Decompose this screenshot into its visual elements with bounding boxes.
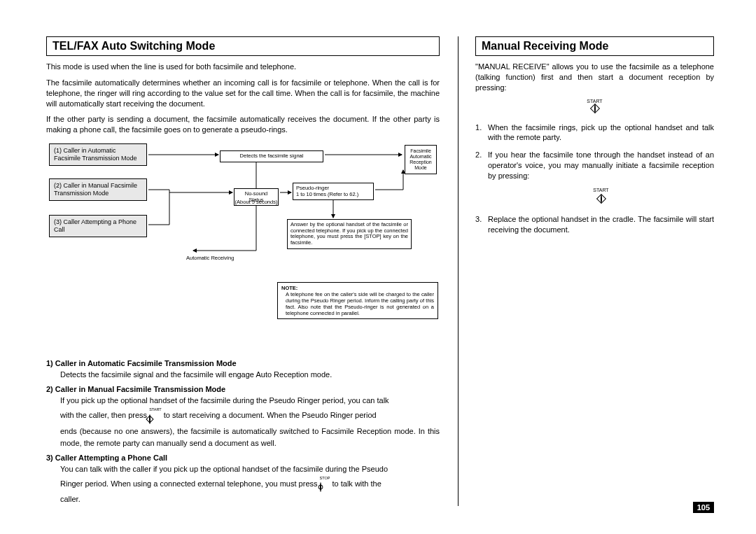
item-2-line3: ends (because no one answers), the facsi… <box>60 427 440 447</box>
step-3: Replace the optional handset in the crad… <box>475 214 714 235</box>
left-para-1: This mode is used when the line is used … <box>46 62 440 72</box>
left-para-2: The facsimile automatically determines w… <box>46 78 440 109</box>
left-items: 1) Caller in Automatic Facsimile Transmi… <box>46 359 440 505</box>
section-title-right: Manual Receiving Mode <box>475 36 714 56</box>
diagram-faxmode-box: Facsimile Automatic Reception Mode <box>405 145 437 174</box>
item-3-line2a: Ringer period. When using a connected ex… <box>60 479 320 488</box>
diagram-box-1: (1) Caller in Automatic Facsimile Transm… <box>49 143 147 166</box>
diagram-box-3: (3) Caller Attempting a Phone Call <box>49 215 147 237</box>
step-2: If you hear the facsimile tone through t… <box>475 150 714 204</box>
item-3-line3: caller. <box>60 495 80 503</box>
note-text: A telephone fee on the caller's side wil… <box>281 291 434 316</box>
diagram-detect-box: Detects the facsimile signal <box>220 150 323 162</box>
right-intro: "MANUAL RECEIVE" allows you to use the f… <box>475 62 714 93</box>
start-button-icon: START <box>593 187 608 204</box>
item-2-head: 2) Caller in Manual Facsimile Transmissi… <box>46 385 440 393</box>
diagram-note-box: NOTE: A telephone fee on the caller's si… <box>277 282 438 319</box>
start-button-display-1: START <box>475 99 714 113</box>
start-button-icon: START <box>587 99 602 113</box>
diagram-autorecv-label: Automatic Receiving <box>186 255 234 261</box>
right-column: Manual Receiving Mode "MANUAL RECEIVE" a… <box>458 36 714 506</box>
item-1-body: Detects the facsimile signal and the fac… <box>46 369 440 381</box>
item-3-body: You can talk with the caller if you pick… <box>46 463 440 506</box>
diagram-pseudo-box: Pseudo-ringer 1 to 10 times (Refer to 62… <box>293 183 374 200</box>
item-2-body: If you pick up the optional handset of t… <box>46 395 440 449</box>
item-3-line2b: to talk with the <box>332 479 382 488</box>
item-3-head: 3) Caller Attempting a Phone Call <box>46 454 440 462</box>
page-content: TEL/FAX Auto Switching Mode This mode is… <box>46 36 714 506</box>
item-3-line1: You can talk with the caller if you pick… <box>60 465 388 473</box>
item-1-head: 1) Caller in Automatic Facsimile Transmi… <box>46 359 440 367</box>
item-2-line2b: to start receiving a document. When the … <box>164 411 377 419</box>
right-steps: When the facsimile rings, pick up the op… <box>475 122 714 235</box>
diagram-box-2: (2) Caller in Manual Facsimile Transmiss… <box>49 178 147 201</box>
stop-button-icon: STOP <box>320 475 330 494</box>
diagram-about5-label: (About 5 seconds) <box>234 199 279 205</box>
item-2-line1: If you pick up the optional handset of t… <box>60 396 389 405</box>
page-number: 105 <box>693 502 714 513</box>
section-title-left: TEL/FAX Auto Switching Mode <box>46 36 440 56</box>
start-button-icon: START <box>149 407 162 426</box>
flow-diagram: (1) Caller in Automatic Facsimile Transm… <box>46 142 440 352</box>
step-1: When the facsimile rings, pick up the op… <box>475 122 714 143</box>
diagram-answer-box: Answer by the optional handset of the fa… <box>287 219 412 249</box>
item-2-line2a: with the caller, then press <box>60 411 149 419</box>
left-column: TEL/FAX Auto Switching Mode This mode is… <box>46 36 440 506</box>
note-label: NOTE: <box>281 285 298 291</box>
left-para-3: If the other party is sending a document… <box>46 114 440 135</box>
start-button-display-2: START <box>488 187 714 204</box>
